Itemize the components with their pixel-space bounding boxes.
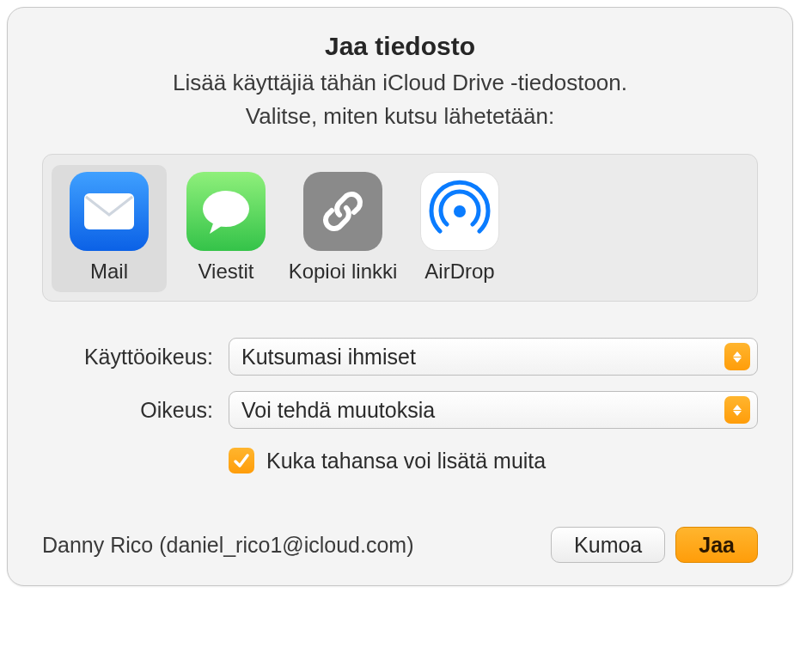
share-file-dialog: Jaa tiedosto Lisää käyttäjiä tähän iClou…	[7, 7, 793, 586]
cancel-button[interactable]: Kumoa	[551, 527, 665, 563]
mail-icon	[70, 172, 149, 251]
checkmark-icon	[233, 452, 250, 469]
share-option-label: Viestit	[198, 260, 254, 284]
share-option-label: Mail	[90, 260, 128, 284]
share-option-label: AirDrop	[424, 260, 494, 284]
access-dropdown-value: Kutsumasi ihmiset	[241, 345, 724, 370]
dialog-choose-label: Valitse, miten kutsu lähetetään:	[42, 103, 758, 130]
share-option-messages[interactable]: Viestit	[168, 165, 284, 292]
dialog-subtitle: Lisää käyttäjiä tähän iCloud Drive -tied…	[42, 70, 758, 96]
share-option-copy-link[interactable]: Kopioi linkki	[285, 165, 400, 292]
permissions-form: Käyttöoikeus: Kutsumasi ihmiset Oikeus: …	[42, 338, 758, 473]
share-button[interactable]: Jaa	[675, 527, 758, 563]
anyone-can-add-label: Kuka tahansa voi lisätä muita	[266, 449, 546, 473]
current-user-label: Danny Rico (daniel_rico1@icloud.com)	[42, 533, 540, 558]
permission-dropdown[interactable]: Voi tehdä muutoksia	[229, 391, 758, 429]
access-dropdown[interactable]: Kutsumasi ihmiset	[229, 338, 758, 376]
anyone-can-add-checkbox[interactable]	[229, 448, 254, 473]
share-option-airdrop[interactable]: AirDrop	[402, 165, 517, 292]
svg-rect-0	[84, 193, 134, 229]
link-icon	[303, 172, 382, 251]
svg-point-2	[454, 205, 466, 217]
dialog-footer: Danny Rico (daniel_rico1@icloud.com) Kum…	[42, 527, 758, 563]
svg-point-1	[203, 191, 249, 227]
dropdown-stepper-icon	[724, 343, 750, 370]
dialog-title: Jaa tiedosto	[42, 32, 758, 61]
permission-label: Oikeus:	[42, 398, 229, 423]
share-method-list: Mail Viestit Kopioi linkki	[42, 154, 758, 302]
share-option-label: Kopioi linkki	[289, 260, 398, 284]
access-label: Käyttöoikeus:	[42, 345, 229, 370]
dropdown-stepper-icon	[724, 396, 750, 424]
airdrop-icon	[420, 172, 499, 251]
permission-dropdown-value: Voi tehdä muutoksia	[241, 398, 724, 423]
share-option-mail[interactable]: Mail	[52, 165, 167, 292]
messages-icon	[186, 172, 266, 251]
